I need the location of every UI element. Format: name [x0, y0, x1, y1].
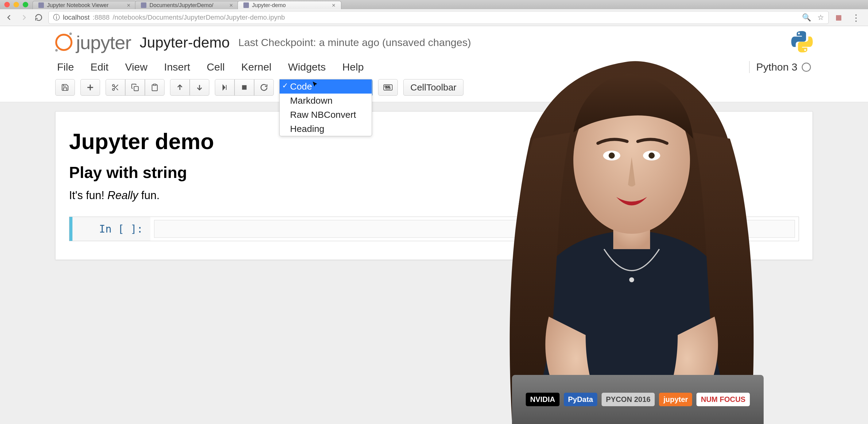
url-host: localhost	[63, 13, 90, 22]
cell-type-option-code[interactable]: Code	[280, 79, 372, 94]
jupyter-logo[interactable]: jupyter	[55, 32, 131, 54]
sticker: NUM FOCUS	[696, 393, 749, 406]
celltoolbar-label: CellToolbar	[410, 82, 456, 93]
checkpoint-status: Last Checkpoint: a minute ago (unsaved c…	[239, 36, 471, 48]
address-right: 🔍 ☆	[802, 13, 824, 22]
browser-tab-0[interactable]: Jupyter Notebook Viewer ×	[33, 1, 136, 9]
site-info-icon[interactable]: ⓘ	[53, 13, 60, 22]
svg-line-5	[116, 88, 118, 90]
tab-label: Jupyter Notebook Viewer	[47, 2, 108, 9]
text-b: fun.	[138, 189, 160, 202]
copy-cell-button[interactable]	[125, 79, 145, 96]
svg-point-3	[112, 88, 115, 91]
text-em: Really	[107, 189, 138, 202]
jupyter-page: jupyter Jupyter-demo Last Checkpoint: a …	[0, 26, 868, 269]
back-button[interactable]	[4, 12, 14, 23]
sticker: PYCON 2016	[601, 393, 655, 406]
notebook-name[interactable]: Jupyter-demo	[140, 34, 229, 51]
browser-menu-button[interactable]: ⋮	[848, 12, 864, 23]
cell-type-select[interactable]: Code Markdown Raw NBConvert Heading	[279, 79, 373, 96]
paste-cell-button[interactable]	[145, 79, 164, 96]
menubar: File Edit View Insert Cell Kernel Widget…	[55, 54, 813, 79]
bookmark-icon[interactable]: ☆	[817, 13, 824, 22]
cell-select-bar	[69, 217, 72, 241]
menu-cell[interactable]: Cell	[207, 61, 225, 73]
command-palette-button[interactable]	[378, 79, 398, 96]
favicon-icon	[141, 2, 146, 8]
cell-type-dropdown: Code Markdown Raw NBConvert Heading	[279, 79, 372, 136]
svg-rect-7	[134, 87, 138, 91]
favicon-icon	[243, 2, 249, 8]
markdown-h2: Play with string	[69, 163, 799, 182]
address-bar[interactable]: ⓘ localhost:8888/notebooks/Documents/Jup…	[49, 11, 829, 24]
laptop-lid: NVIDIA PyData PYCON 2016 jupyter NUM FOC…	[512, 375, 764, 424]
browser-tab-2[interactable]: Jupyter-demo ×	[238, 1, 341, 9]
sticker: jupyter	[659, 393, 692, 406]
tab-close-icon[interactable]: ×	[332, 2, 336, 9]
menu-widgets[interactable]: Widgets	[288, 61, 326, 73]
sticker: NVIDIA	[526, 393, 559, 406]
toolbar: Code Markdown Raw NBConvert Heading Cell…	[55, 79, 813, 102]
extension-icon[interactable]: ▦	[834, 12, 843, 23]
url-path: /notebooks/Documents/JupyterDemo/Jupyter…	[113, 13, 285, 22]
cut-cell-button[interactable]	[105, 79, 125, 96]
jupyter-logo-text: jupyter	[76, 32, 131, 54]
minimize-window-icon[interactable]	[13, 2, 19, 7]
interrupt-kernel-button[interactable]	[235, 79, 254, 96]
cell-type-option-heading[interactable]: Heading	[280, 122, 372, 136]
notebook-container-wrap: Jupyter demo Play with string It's fun! …	[0, 102, 868, 269]
browser-tab-1[interactable]: Documents/JupyterDemo/ ×	[135, 1, 239, 9]
markdown-h1: Jupyter demo	[69, 129, 799, 154]
svg-rect-15	[385, 86, 386, 87]
tab-close-icon[interactable]: ×	[229, 2, 233, 9]
move-cell-down-button[interactable]	[190, 79, 209, 96]
menu-help[interactable]: Help	[342, 61, 364, 73]
markdown-paragraph: It's fun! Really fun.	[69, 189, 799, 202]
tab-close-icon[interactable]: ×	[127, 2, 130, 9]
notebook-header: jupyter Jupyter-demo Last Checkpoint: a …	[0, 26, 868, 102]
close-window-icon[interactable]	[4, 2, 10, 7]
restart-kernel-button[interactable]	[254, 79, 274, 96]
svg-point-25	[629, 278, 634, 282]
kernel-status-icon	[802, 63, 811, 72]
notebook-container: Jupyter demo Play with string It's fun! …	[55, 111, 813, 260]
move-cell-up-button[interactable]	[170, 79, 190, 96]
menu-file[interactable]: File	[57, 61, 74, 73]
browser-tab-strip: Jupyter Notebook Viewer × Documents/Jupy…	[0, 0, 868, 9]
code-cell[interactable]: In [ ]:	[69, 217, 799, 241]
sticker: PyData	[564, 393, 597, 406]
svg-marker-11	[223, 85, 225, 90]
svg-rect-16	[387, 86, 388, 87]
maximize-window-icon[interactable]	[23, 2, 28, 7]
run-cell-button[interactable]	[215, 79, 235, 96]
svg-rect-8	[153, 84, 156, 85]
svg-rect-18	[386, 88, 390, 89]
text-a: It's fun!	[69, 189, 107, 202]
forward-button[interactable]	[19, 12, 29, 23]
menu-kernel[interactable]: Kernel	[241, 61, 271, 73]
cell-type-option-rawnb[interactable]: Raw NBConvert	[280, 108, 372, 122]
url-port: :8888	[93, 13, 110, 22]
insert-cell-button[interactable]	[81, 79, 100, 96]
reload-button[interactable]	[34, 12, 43, 23]
svg-rect-17	[389, 86, 390, 87]
favicon-icon	[38, 2, 44, 8]
svg-rect-13	[242, 85, 247, 90]
kernel-indicator[interactable]: Python 3	[749, 61, 811, 73]
code-input[interactable]	[154, 220, 795, 238]
svg-point-2	[112, 85, 115, 87]
cell-type-option-markdown[interactable]: Markdown	[280, 94, 372, 108]
tab-label: Documents/JupyterDemo/	[150, 2, 213, 9]
jupyter-logo-icon	[55, 34, 72, 51]
input-prompt: In [ ]:	[72, 217, 150, 241]
window-controls	[0, 2, 33, 9]
celltoolbar-button[interactable]: CellToolbar	[403, 79, 463, 96]
menu-insert[interactable]: Insert	[164, 61, 190, 73]
browser-toolbar: ⓘ localhost:8888/notebooks/Documents/Jup…	[0, 9, 868, 26]
tab-label: Jupyter-demo	[252, 2, 286, 9]
menu-view[interactable]: View	[125, 61, 147, 73]
save-button[interactable]	[55, 79, 75, 96]
menu-edit[interactable]: Edit	[91, 61, 108, 73]
zoom-icon[interactable]: 🔍	[802, 13, 811, 22]
svg-line-6	[114, 86, 115, 88]
